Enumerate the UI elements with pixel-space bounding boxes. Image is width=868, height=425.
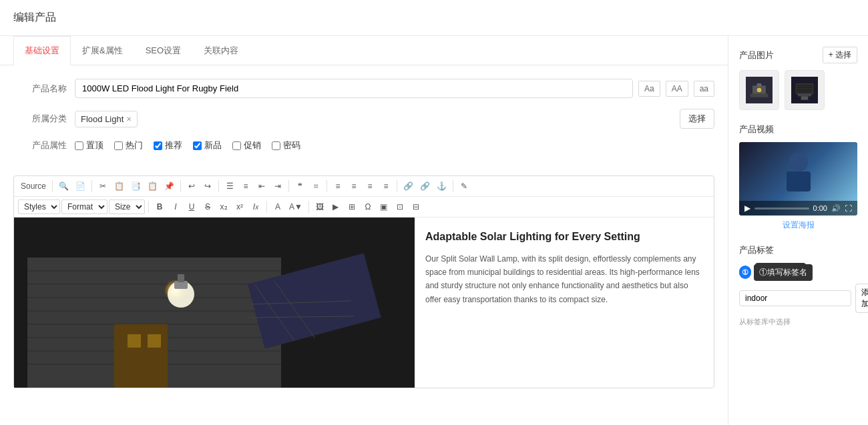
tb-bg-color[interactable]: A▼ — [286, 199, 305, 214]
tb-sep7 — [397, 180, 397, 192]
attr-sale-checkbox[interactable] — [232, 141, 241, 150]
attr-new-checkbox[interactable] — [193, 141, 202, 150]
tb-block[interactable]: ⊟ — [409, 199, 423, 214]
tab-seo[interactable]: SEO设置 — [134, 36, 192, 65]
tb-remove-format[interactable]: Ix — [248, 199, 263, 214]
tb-undo[interactable]: ↩ — [184, 179, 199, 193]
tab-basic[interactable]: 基础设置 — [13, 36, 71, 65]
case-btn-aa2[interactable]: aa — [694, 81, 714, 97]
tb-unlink[interactable]: 🔗 — [417, 179, 433, 193]
tag-add-btn[interactable]: 添加 — [855, 284, 868, 313]
attr-new[interactable]: 新品 — [193, 139, 222, 151]
set-poster-btn[interactable]: 设置海报 — [739, 220, 857, 231]
tb-align-center[interactable]: ≡ — [347, 179, 361, 193]
tb-copy[interactable]: 📋 — [112, 179, 127, 193]
tb-iframe[interactable]: ▣ — [377, 199, 391, 214]
video-progress[interactable] — [754, 207, 809, 209]
tb-sep5 — [288, 180, 289, 192]
svg-point-26 — [757, 88, 762, 93]
tb-link[interactable]: 🔗 — [401, 179, 416, 193]
tb-paste-word[interactable]: 📌 — [162, 179, 177, 193]
tb-strikethrough[interactable]: S — [200, 199, 215, 214]
tb-more[interactable]: ✎ — [457, 179, 471, 193]
tb-preview[interactable]: 🔍 — [56, 179, 71, 193]
case-btn-AA[interactable]: AA — [666, 81, 688, 97]
tb-align-left[interactable]: ≡ — [331, 179, 345, 193]
product-name-input-group: Aa AA aa — [75, 79, 714, 98]
tb-text-color[interactable]: A — [270, 199, 285, 214]
product-image-1[interactable] — [739, 70, 779, 110]
tb-anchor[interactable]: ⚓ — [434, 179, 449, 193]
case-btn-aa[interactable]: Aa — [638, 81, 660, 97]
attr-hot-checkbox[interactable] — [114, 141, 123, 150]
tb-align-justify[interactable]: ≡ — [379, 179, 393, 193]
tb-underline[interactable]: U — [184, 199, 199, 214]
page-header: 编辑产品 — [0, 0, 868, 36]
tb-indent[interactable]: ⇥ — [270, 179, 285, 193]
tb-sep-r2-2 — [266, 201, 267, 213]
tb-new-doc[interactable]: 📄 — [73, 179, 88, 193]
product-tags-section: 产品标签 ② ②单击添加 ① ①填写标签名 添加 从标签库中选择 — [739, 244, 857, 327]
size-select[interactable]: Size — [109, 199, 145, 214]
toolbar-row1: Source 🔍 📄 ✂ 📋 📑 📋 📌 ↩ ↪ ☰ ≡ ⇤ ⇥ ❝ — [14, 176, 714, 197]
tb-italic[interactable]: I — [168, 199, 183, 214]
attr-new-label: 新品 — [204, 139, 222, 151]
tb-code[interactable]: ⌗ — [308, 179, 323, 193]
tb-maximize[interactable]: ⊡ — [393, 199, 407, 214]
tb-superscript[interactable]: x² — [232, 199, 247, 214]
attr-pinned-checkbox[interactable] — [75, 141, 83, 150]
attr-recommend[interactable]: 推荐 — [154, 139, 182, 151]
category-remove-icon[interactable]: ✕ — [126, 115, 132, 123]
product-name-input[interactable] — [75, 79, 633, 98]
tb-table[interactable]: ⊞ — [345, 199, 359, 214]
product-image-2[interactable] — [785, 70, 825, 110]
attr-pinned[interactable]: 置顶 — [75, 139, 103, 151]
attr-password[interactable]: 密码 — [272, 139, 300, 151]
attr-recommend-checkbox[interactable] — [154, 141, 162, 150]
flood-img-mock — [14, 218, 415, 388]
tb-outdent[interactable]: ⇤ — [254, 179, 269, 193]
tb-source[interactable]: Source — [18, 179, 49, 193]
editor-text-area[interactable]: Adaptable Solar Lighting for Every Setti… — [415, 218, 714, 388]
tab-extend[interactable]: 扩展&属性 — [71, 36, 134, 65]
attrs-row: 产品属性 置顶 热门 推荐 — [13, 139, 714, 151]
attr-hot[interactable]: 热门 — [114, 139, 143, 151]
tag-input[interactable] — [739, 290, 851, 306]
tb-redo[interactable]: ↪ — [200, 179, 215, 193]
add-image-btn[interactable]: + 选择 — [823, 47, 857, 63]
product-tags-header: 产品标签 — [739, 244, 857, 256]
attr-password-checkbox[interactable] — [272, 141, 280, 150]
tab-related[interactable]: 关联内容 — [192, 36, 250, 65]
tb-blockquote[interactable]: ❝ — [292, 179, 307, 193]
format-select[interactable]: Format — [61, 199, 107, 214]
tb-paste[interactable]: 📑 — [128, 179, 144, 193]
category-row: 所属分类 Flood Light ✕ 选择 — [13, 109, 714, 129]
video-fullscreen-btn[interactable]: ⛶ — [845, 204, 852, 212]
svg-rect-10 — [114, 324, 168, 388]
svg-rect-24 — [750, 93, 769, 97]
video-container: ▶ 0:00 🔊 ⛶ — [739, 142, 857, 216]
tb-unordered-list[interactable]: ≡ — [238, 179, 253, 193]
styles-select[interactable]: Styles — [18, 199, 60, 214]
product-images-grid — [739, 70, 857, 110]
tb-sep-r2-1 — [148, 201, 149, 213]
tb-paste-text[interactable]: 📋 — [145, 179, 160, 193]
tb-flash[interactable]: ▶ — [329, 199, 343, 214]
svg-rect-11 — [128, 334, 141, 348]
video-play-btn[interactable]: ▶ — [744, 203, 750, 213]
tb-ordered-list[interactable]: ☰ — [222, 179, 237, 193]
product-video-header: 产品视频 — [739, 123, 857, 135]
video-volume-btn[interactable]: 🔊 — [831, 204, 841, 213]
tb-bold[interactable]: B — [152, 199, 167, 214]
tb-align-right[interactable]: ≡ — [363, 179, 377, 193]
attr-sale[interactable]: 促销 — [232, 139, 261, 151]
tag-input-row: ① ①填写标签名 添加 — [739, 284, 857, 313]
right-panel: 产品图片 + 选择 — [728, 36, 868, 425]
tooltip-num-1: ① — [739, 267, 751, 279]
tb-special-char[interactable]: Ω — [361, 199, 375, 214]
category-select-btn[interactable]: 选择 — [680, 109, 714, 129]
attrs-label: 产品属性 — [13, 139, 67, 151]
tb-image[interactable]: 🖼 — [312, 199, 327, 214]
tb-cut[interactable]: ✂ — [95, 179, 110, 193]
tb-subscript[interactable]: x₂ — [216, 199, 231, 214]
